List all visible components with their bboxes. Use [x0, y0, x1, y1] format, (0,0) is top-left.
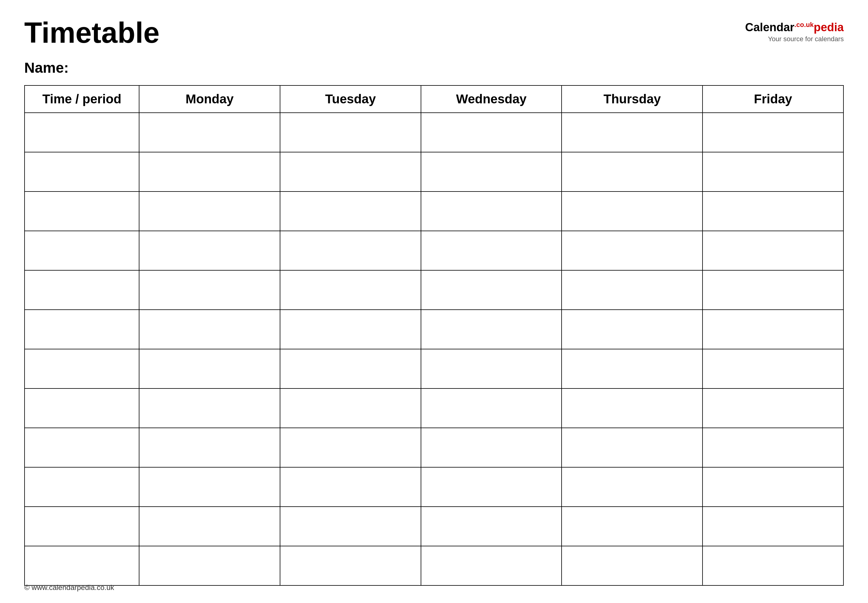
table-cell[interactable] [139, 113, 280, 152]
table-cell[interactable] [25, 428, 139, 467]
name-row: Name: [24, 59, 844, 76]
table-cell[interactable] [25, 388, 139, 428]
table-cell[interactable] [562, 428, 702, 467]
table-cell[interactable] [702, 467, 843, 507]
table-cell[interactable] [280, 152, 421, 192]
table-cell[interactable] [421, 231, 562, 270]
table-cell[interactable] [421, 428, 562, 467]
table-cell[interactable] [562, 546, 702, 585]
table-cell[interactable] [25, 507, 139, 546]
table-cell[interactable] [25, 152, 139, 192]
table-cell[interactable] [562, 192, 702, 231]
table-cell[interactable] [25, 349, 139, 388]
table-cell[interactable] [139, 192, 280, 231]
table-cell[interactable] [702, 310, 843, 349]
table-cell[interactable] [139, 507, 280, 546]
table-cell[interactable] [702, 270, 843, 310]
logo-pedia: pedia [814, 21, 844, 34]
table-cell[interactable] [280, 270, 421, 310]
table-cell[interactable] [562, 152, 702, 192]
table-cell[interactable] [421, 310, 562, 349]
logo-calendar: Calendar [745, 21, 795, 34]
table-cell[interactable] [562, 467, 702, 507]
table-row [25, 192, 843, 231]
table-cell[interactable] [139, 231, 280, 270]
table-cell[interactable] [702, 231, 843, 270]
table-cell[interactable] [280, 546, 421, 585]
table-cell[interactable] [562, 388, 702, 428]
table-cell[interactable] [139, 546, 280, 585]
logo-couk: .co.uk [794, 21, 814, 28]
table-cell[interactable] [280, 192, 421, 231]
table-row [25, 152, 843, 192]
table-cell[interactable] [702, 507, 843, 546]
table-cell[interactable] [562, 310, 702, 349]
page-title: Timetable [24, 18, 159, 47]
table-cell[interactable] [25, 192, 139, 231]
table-cell[interactable] [25, 270, 139, 310]
table-cell[interactable] [280, 507, 421, 546]
timetable: Time / period Monday Tuesday Wednesday T… [24, 85, 844, 586]
table-cell[interactable] [421, 546, 562, 585]
table-row [25, 507, 843, 546]
table-cell[interactable] [421, 270, 562, 310]
col-header-thursday: Thursday [562, 85, 702, 113]
header: Timetable Calendar.co.ukpedia Your sourc… [24, 18, 844, 47]
table-cell[interactable] [25, 310, 139, 349]
table-cell[interactable] [702, 388, 843, 428]
timetable-body [25, 113, 843, 585]
table-cell[interactable] [25, 467, 139, 507]
table-cell[interactable] [280, 428, 421, 467]
table-cell[interactable] [25, 231, 139, 270]
table-header-row: Time / period Monday Tuesday Wednesday T… [25, 85, 843, 113]
col-header-wednesday: Wednesday [421, 85, 562, 113]
table-cell[interactable] [139, 467, 280, 507]
table-cell[interactable] [421, 192, 562, 231]
table-row [25, 428, 843, 467]
table-row [25, 467, 843, 507]
logo-subtitle: Your source for calendars [768, 35, 844, 43]
table-cell[interactable] [702, 192, 843, 231]
table-cell[interactable] [139, 428, 280, 467]
table-cell[interactable] [25, 546, 139, 585]
table-cell[interactable] [421, 349, 562, 388]
table-cell[interactable] [280, 113, 421, 152]
table-cell[interactable] [702, 152, 843, 192]
logo-area: Calendar.co.ukpedia Your source for cale… [745, 18, 844, 43]
table-cell[interactable] [562, 231, 702, 270]
table-cell[interactable] [702, 428, 843, 467]
footer: © www.calendarpedia.co.uk [24, 583, 114, 592]
name-label: Name: [24, 60, 69, 76]
table-cell[interactable] [702, 113, 843, 152]
table-cell[interactable] [280, 310, 421, 349]
col-header-monday: Monday [139, 85, 280, 113]
table-cell[interactable] [421, 507, 562, 546]
table-row [25, 270, 843, 310]
table-cell[interactable] [702, 349, 843, 388]
table-cell[interactable] [139, 310, 280, 349]
table-cell[interactable] [139, 349, 280, 388]
table-cell[interactable] [280, 349, 421, 388]
table-cell[interactable] [562, 507, 702, 546]
table-cell[interactable] [702, 546, 843, 585]
table-cell[interactable] [562, 270, 702, 310]
table-cell[interactable] [562, 113, 702, 152]
table-row [25, 113, 843, 152]
table-cell[interactable] [280, 388, 421, 428]
table-cell[interactable] [421, 113, 562, 152]
table-cell[interactable] [421, 152, 562, 192]
table-row [25, 310, 843, 349]
table-cell[interactable] [25, 113, 139, 152]
table-cell[interactable] [139, 152, 280, 192]
table-cell[interactable] [280, 467, 421, 507]
table-row [25, 546, 843, 585]
table-cell[interactable] [421, 467, 562, 507]
table-cell[interactable] [139, 388, 280, 428]
table-cell[interactable] [280, 231, 421, 270]
table-cell[interactable] [562, 349, 702, 388]
logo-text: Calendar.co.ukpedia [745, 21, 844, 34]
table-cell[interactable] [139, 270, 280, 310]
table-cell[interactable] [421, 388, 562, 428]
col-header-time: Time / period [25, 85, 139, 113]
table-row [25, 388, 843, 428]
